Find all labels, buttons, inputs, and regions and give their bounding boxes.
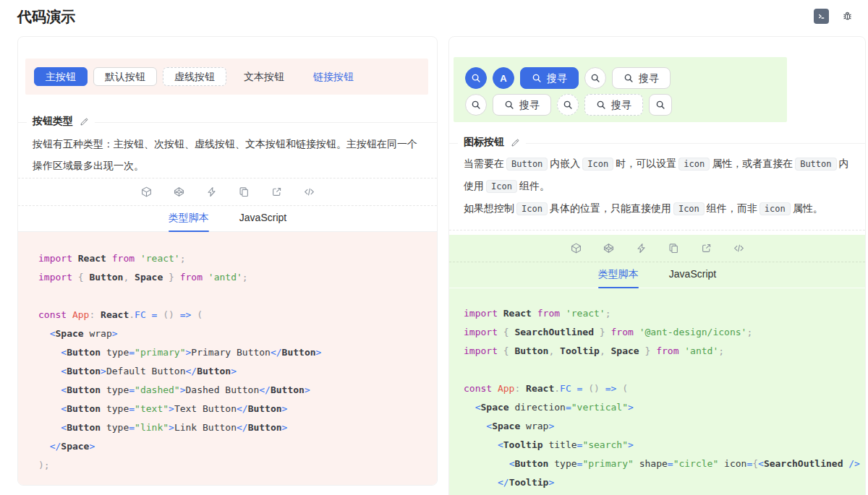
icon-button-primary-circle[interactable]: A xyxy=(493,67,514,89)
code-line: <Button type="dashed">Dashed Button</But… xyxy=(38,381,437,400)
codesandbox-icon[interactable] xyxy=(141,186,152,197)
code-block: import React from 'react';import { Butto… xyxy=(18,232,437,485)
demo-button-dashed[interactable]: 虚线按钮 xyxy=(163,67,226,86)
code-line: </Tooltip> xyxy=(464,473,865,492)
code-line: <Button type="link">Link Button</Button> xyxy=(38,418,437,437)
codepen-icon[interactable] xyxy=(603,243,614,254)
export-icon[interactable] xyxy=(271,186,282,197)
demo-title: 图标按钮 xyxy=(464,136,504,149)
inline-code: Icon xyxy=(486,180,517,193)
code-line: <Button type="primary" shape="circle" ic… xyxy=(464,455,865,473)
icon-button-default-circle[interactable] xyxy=(465,94,487,116)
description-paragraph: 当需要在Button内嵌入Icon时，可以设置icon属性，或者直接在Butto… xyxy=(464,152,851,197)
copy-icon[interactable] xyxy=(668,243,679,254)
demo-button-text[interactable]: 文本按钮 xyxy=(232,67,296,86)
code-line: import React from 'react'; xyxy=(464,304,865,323)
search-icon xyxy=(624,73,634,83)
bug-icon[interactable] xyxy=(840,9,855,24)
code-line: import { SearchOutlined } from '@ant-des… xyxy=(464,323,865,342)
icon-button-primary-round[interactable]: 搜寻 xyxy=(520,67,579,89)
demo-actions xyxy=(18,178,437,206)
code-line: <Space direction="vertical"> xyxy=(464,398,865,417)
tab-typescript[interactable]: 类型脚本 xyxy=(598,268,639,288)
demo-description: 按钮有五种类型：主按钮、次按钮、虚线按钮、文本按钮和链接按钮。主按钮在同一个操作… xyxy=(33,133,422,176)
code-line: import { Button, Tooltip, Space } from '… xyxy=(464,342,865,361)
inline-code: Button xyxy=(506,158,548,171)
search-icon xyxy=(655,100,665,110)
code-line: ); xyxy=(38,456,437,475)
thunderbolt-icon[interactable] xyxy=(636,243,647,254)
inline-code: Icon xyxy=(582,158,613,171)
inline-code: icon xyxy=(760,202,791,215)
icon-button-primary-circle[interactable] xyxy=(465,67,487,89)
code-line: const App: React.FC = () => ( xyxy=(38,306,437,324)
inline-code: icon xyxy=(678,158,710,171)
demo-title: 按钮类型 xyxy=(33,115,73,128)
button-label: 搜寻 xyxy=(611,100,631,110)
thunderbolt-icon[interactable] xyxy=(206,186,217,197)
page-header: 代码演示 xyxy=(17,4,868,32)
icon-button-row: A搜寻搜寻 xyxy=(465,67,775,89)
search-icon xyxy=(532,73,542,83)
button-label: 搜寻 xyxy=(519,100,540,110)
code-icon[interactable] xyxy=(304,186,315,197)
code-line: <Button type="primary">Primary Button</B… xyxy=(38,343,437,362)
page-title: 代码演示 xyxy=(17,4,868,29)
icon-button-default-circle[interactable] xyxy=(584,67,606,89)
search-icon xyxy=(471,73,481,83)
button-letter: A xyxy=(500,74,506,83)
description-paragraph: 按钮有五种类型：主按钮、次按钮、虚线按钮、文本按钮和链接按钮。主按钮在同一个操作… xyxy=(33,133,422,176)
code-line xyxy=(464,361,865,379)
inline-code: Button xyxy=(795,158,836,171)
demo-card-icon-button: A搜寻搜寻搜寻搜寻 图标按钮 当需要在Button内嵌入Icon时，可以设置ic… xyxy=(448,36,866,495)
description-paragraph: 如果想控制Icon具体的位置，只能直接使用Icon组件，而非icon属性。 xyxy=(464,197,851,220)
inline-code: Icon xyxy=(516,202,548,215)
icon-button-dashed-round[interactable]: 搜寻 xyxy=(584,94,643,116)
search-icon xyxy=(504,100,514,110)
code-line: import React from 'react'; xyxy=(38,249,437,268)
code-line: <Button type="text">Text Button</Button> xyxy=(38,400,437,418)
icon-button-default-round[interactable]: 搜寻 xyxy=(493,94,551,116)
tab-javascript[interactable]: JavaScript xyxy=(669,268,716,288)
icon-button-demo-area: A搜寻搜寻搜寻搜寻 xyxy=(454,57,787,122)
dashed-divider xyxy=(449,230,865,231)
code-tabs: 类型脚本JavaScript xyxy=(18,206,437,232)
code-line: </Space> xyxy=(38,437,437,456)
demo-button-primary[interactable]: 主按钮 xyxy=(34,67,88,86)
tab-javascript[interactable]: JavaScript xyxy=(239,212,286,231)
console-icon[interactable] xyxy=(814,9,829,24)
code-line: const App: React.FC = () => ( xyxy=(464,379,865,398)
copy-icon[interactable] xyxy=(239,186,250,197)
demo-card-button-type: 主按钮默认按钮虚线按钮文本按钮链接按钮 按钮类型 按钮有五种类型：主按钮、次按钮… xyxy=(17,36,438,486)
icon-button-row: 搜寻搜寻 xyxy=(465,94,775,116)
code-line: <Tooltip title="search"> xyxy=(464,436,865,455)
icon-button-dashed-circle[interactable] xyxy=(557,94,579,116)
button-label: 搜寻 xyxy=(639,73,659,83)
icon-button-default-round[interactable]: 搜寻 xyxy=(612,67,671,89)
code-line xyxy=(38,287,437,306)
code-zone: 类型脚本JavaScript import React from 'react'… xyxy=(449,235,865,495)
tab-typescript[interactable]: 类型脚本 xyxy=(169,212,209,231)
demo-button-default[interactable]: 默认按钮 xyxy=(93,67,157,86)
code-line: <Space wrap> xyxy=(464,417,865,436)
search-icon xyxy=(471,100,481,110)
inline-code: Icon xyxy=(673,202,705,215)
search-icon xyxy=(596,100,606,110)
code-line: <Button>Default Button</Button> xyxy=(38,362,437,381)
codepen-icon[interactable] xyxy=(174,186,184,197)
demo-title-divider: 图标按钮 xyxy=(449,143,865,144)
demo-title-divider: 按钮类型 xyxy=(18,122,437,123)
export-icon[interactable] xyxy=(701,243,712,254)
code-line: <Space wrap> xyxy=(38,324,437,343)
code-block: import React from 'react';import { Searc… xyxy=(449,288,865,495)
header-icons xyxy=(814,9,855,24)
icon-button-default-square[interactable] xyxy=(649,94,672,116)
demo-actions xyxy=(449,235,865,262)
edit-icon[interactable] xyxy=(511,138,520,147)
code-line: import { Button, Space } from 'antd'; xyxy=(38,268,437,287)
edit-icon[interactable] xyxy=(80,117,89,126)
code-icon[interactable] xyxy=(733,243,744,254)
demo-button-link[interactable]: 链接按钮 xyxy=(302,67,365,86)
codesandbox-icon[interactable] xyxy=(571,243,582,254)
code-tabs: 类型脚本JavaScript xyxy=(449,262,865,288)
